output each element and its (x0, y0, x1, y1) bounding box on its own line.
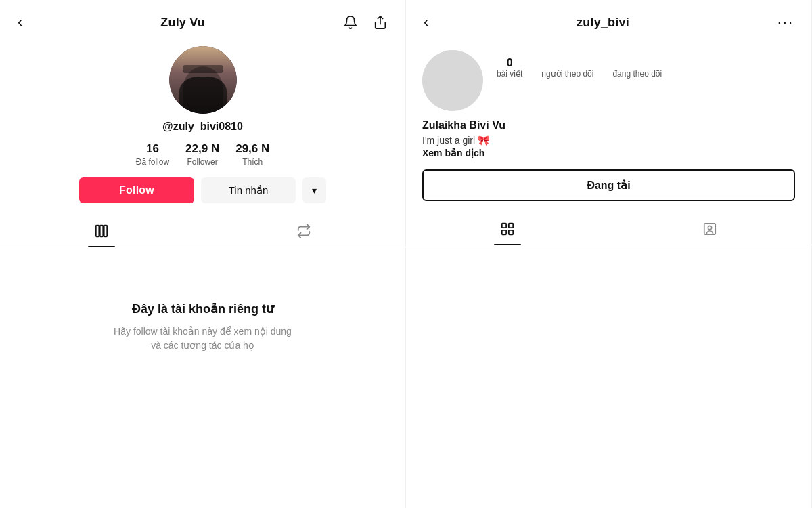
right-stat-followers-label: người theo dõi (541, 69, 593, 79)
private-account-title: Đây là tài khoản riêng tư (132, 301, 273, 316)
right-stats-numbers: 0 bài viết người theo dõi đang theo dõi (497, 57, 795, 79)
right-stat-following-label: đang theo dõi (612, 69, 662, 79)
left-tabs-row (0, 215, 405, 247)
loading-button[interactable]: Đang tải (422, 169, 795, 201)
more-options-icon: ··· (777, 14, 794, 31)
right-profile-bio: I'm just a girl 🎀 (422, 134, 795, 148)
left-stat-likes: 29,6 N Thích (235, 142, 269, 167)
follow-button[interactable]: Follow (79, 177, 194, 203)
left-stat-likes-label: Thích (242, 157, 263, 167)
right-bio-text: I'm just a girl 🎀 (422, 135, 489, 146)
right-avatar (422, 50, 483, 111)
right-tabs-row (406, 213, 811, 245)
left-stat-likes-number: 29,6 N (235, 142, 269, 156)
right-stats-col: 0 bài viết người theo dõi đang theo dõi (497, 50, 795, 83)
right-panel: ‹ zuly_bivi ··· 0 bài viết người theo dõ… (406, 0, 812, 508)
left-action-row: Follow Tin nhắn ▾ (0, 177, 405, 203)
right-avatar-empty (422, 50, 483, 111)
left-username: @zuly_bivi0810 (162, 121, 243, 133)
left-avatar (169, 46, 237, 114)
right-stat-posts-label: bài viết (497, 69, 522, 79)
right-back-button[interactable]: ‹ (422, 12, 430, 33)
dropdown-button[interactable]: ▾ (302, 177, 326, 203)
left-stat-following-label: Đã follow (136, 157, 169, 167)
right-stat-following: đang theo dõi (612, 57, 662, 79)
left-back-button[interactable]: ‹ (16, 12, 24, 33)
svg-rect-3 (104, 226, 107, 237)
right-profile-top: 0 bài viết người theo dõi đang theo dõi (406, 39, 811, 111)
notification-bell-icon[interactable] (342, 14, 359, 31)
svg-point-9 (708, 226, 713, 230)
left-stat-followers: 22,9 N Follower (185, 142, 219, 167)
more-options-button[interactable]: ··· (776, 12, 795, 33)
right-stat-posts: 0 bài viết (497, 57, 522, 79)
left-header-title: Zuly Vu (160, 16, 205, 30)
left-stat-following-number: 16 (146, 142, 159, 156)
message-button[interactable]: Tin nhắn (201, 177, 296, 203)
right-tab-grid[interactable] (406, 213, 609, 245)
right-header: ‹ zuly_bivi ··· (406, 0, 811, 39)
right-stat-following-number (636, 57, 639, 69)
private-account-section: Đây là tài khoản riêng tư Hãy follow tài… (81, 301, 325, 353)
dropdown-arrow-icon: ▾ (312, 185, 317, 196)
right-stat-followers: người theo dõi (541, 57, 593, 79)
svg-rect-2 (99, 226, 103, 237)
svg-rect-8 (704, 223, 716, 234)
svg-rect-4 (502, 223, 506, 227)
left-tab-grid[interactable] (0, 215, 203, 247)
private-account-description: Hãy follow tài khoản này để xem nội dung… (108, 324, 298, 353)
left-panel: ‹ Zuly Vu (0, 0, 406, 508)
left-tab-repost[interactable] (203, 215, 406, 247)
left-header: ‹ Zuly Vu (0, 0, 405, 39)
left-stats-row: 16 Đã follow 22,9 N Follower 29,6 N Thíc… (136, 142, 270, 167)
share-icon[interactable] (371, 14, 389, 31)
left-avatar-image (169, 46, 237, 114)
svg-rect-5 (509, 223, 513, 227)
right-tab-tagged[interactable] (609, 213, 812, 245)
svg-rect-6 (502, 230, 506, 234)
left-stat-followers-number: 22,9 N (185, 142, 219, 156)
right-profile-info: Zulaikha Bivi Vu I'm just a girl 🎀 Xem b… (406, 119, 811, 158)
svg-rect-7 (509, 230, 513, 234)
right-loading-container: Đang tải (406, 158, 811, 201)
left-header-icons (342, 14, 389, 31)
right-profile-name: Zulaikha Bivi Vu (422, 119, 795, 131)
right-translate-button[interactable]: Xem bản dịch (422, 148, 795, 158)
left-stat-following: 16 Đã follow (136, 142, 169, 167)
right-stat-posts-number: 0 (507, 57, 513, 69)
right-header-username: zuly_bivi (577, 16, 629, 30)
left-stat-followers-label: Follower (187, 157, 217, 167)
right-stat-followers-number (566, 57, 569, 69)
svg-rect-1 (96, 226, 99, 237)
